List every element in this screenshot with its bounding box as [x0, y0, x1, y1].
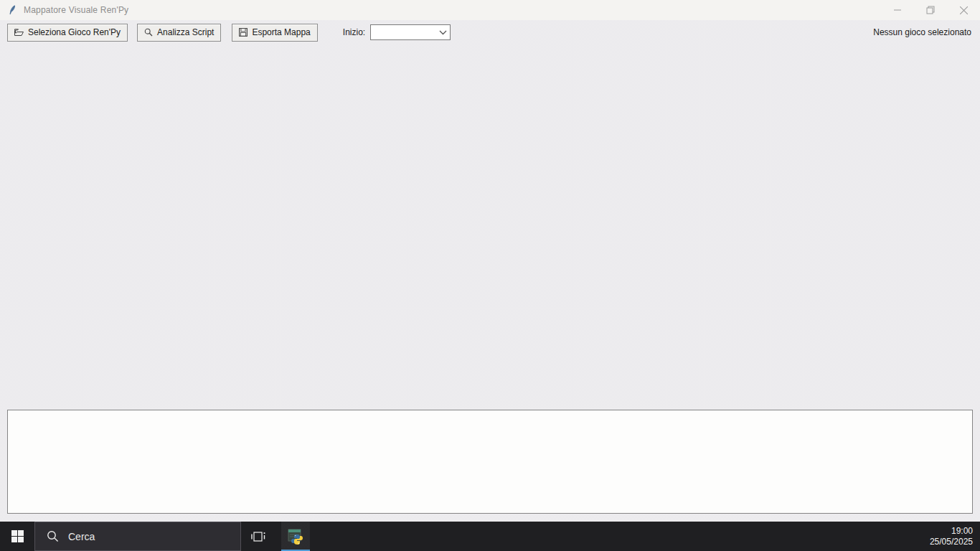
export-map-label: Esporta Mappa — [252, 27, 310, 37]
status-label: Nessun gioco selezionato — [873, 27, 971, 37]
export-map-button[interactable]: Esporta Mappa — [232, 24, 317, 42]
chevron-down-icon — [439, 30, 447, 35]
task-view-button[interactable] — [241, 522, 275, 551]
titlebar: Mappatore Visuale Ren'Py — [0, 0, 980, 20]
python-feather-icon — [6, 4, 18, 16]
magnifier-icon — [144, 28, 153, 37]
start-combobox[interactable] — [370, 24, 451, 40]
analyze-script-button[interactable]: Analizza Script — [137, 24, 221, 42]
close-button[interactable] — [947, 0, 980, 20]
window-title: Mappatore Visuale Ren'Py — [24, 5, 128, 15]
maximize-button[interactable] — [914, 0, 947, 20]
start-combobox-label: Inizio: — [343, 27, 365, 37]
desktop-root: Mappatore Visuale Ren'Py — [0, 0, 980, 551]
toolbar: Seleziona Gioco Ren'Py Analizza Script E… — [0, 20, 980, 44]
task-view-icon — [251, 530, 265, 543]
taskbar-clock[interactable]: 19:00 25/05/2025 — [930, 522, 973, 551]
start-button[interactable] — [0, 522, 34, 551]
python-app-icon — [287, 528, 304, 545]
close-icon — [960, 6, 968, 14]
save-icon — [239, 28, 248, 37]
folder-open-icon — [14, 29, 24, 37]
taskbar-search-input[interactable]: Cerca — [34, 522, 241, 551]
python-app-taskbar-button[interactable] — [281, 522, 310, 551]
minimize-button[interactable] — [881, 0, 914, 20]
window-controls — [881, 0, 980, 20]
minimize-icon — [894, 6, 901, 14]
search-icon — [47, 530, 59, 542]
windows-start-icon — [11, 530, 24, 542]
clock-date: 25/05/2025 — [930, 537, 973, 547]
select-game-label: Seleziona Gioco Ren'Py — [28, 27, 121, 37]
search-placeholder: Cerca — [68, 531, 95, 542]
maximize-icon — [926, 6, 935, 14]
select-game-button[interactable]: Seleziona Gioco Ren'Py — [7, 24, 128, 42]
taskbar: Cerca 19:00 25/ — [0, 522, 980, 551]
clock-time: 19:00 — [951, 526, 973, 537]
log-output-panel[interactable] — [7, 410, 973, 514]
analyze-script-label: Analizza Script — [157, 27, 214, 37]
map-canvas[interactable] — [0, 44, 980, 410]
